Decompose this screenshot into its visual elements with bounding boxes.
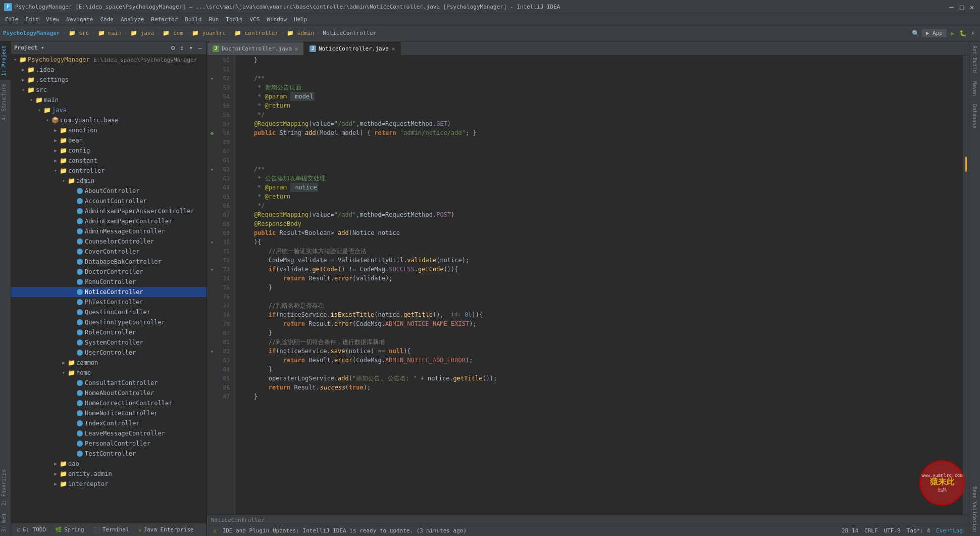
- search-everywhere-icon[interactable]: 🔍: [912, 29, 920, 37]
- menu-tools[interactable]: Tools: [223, 15, 245, 24]
- tree-interceptor[interactable]: ▶ 📁 interceptor: [11, 479, 207, 489]
- tree-common[interactable]: ▶ 📁 common: [11, 358, 207, 368]
- fold-52-icon[interactable]: ▾: [209, 75, 215, 81]
- tab-notice-close[interactable]: ×: [391, 45, 395, 53]
- menu-refactor[interactable]: Refactor: [148, 15, 181, 24]
- tree-cover[interactable]: ▶ CoverController: [11, 247, 207, 257]
- menu-help[interactable]: Help: [291, 15, 311, 24]
- tree-user[interactable]: ▶ UserController: [11, 348, 207, 358]
- tree-adminexampaperanswer[interactable]: ▶ AdminExamPaperAnswerController: [11, 206, 207, 216]
- status-position[interactable]: 28:14: [839, 527, 861, 534]
- maximize-button[interactable]: □: [958, 3, 966, 11]
- tree-doctor[interactable]: ▶ DoctorController: [11, 267, 207, 277]
- tree-package[interactable]: ▾ 📦 com.yuanlrc.base: [11, 115, 207, 125]
- maven-panel[interactable]: Maven: [971, 77, 978, 100]
- tree-homeabout[interactable]: ▶ HomeAboutController: [11, 388, 207, 398]
- breadcrumb-file[interactable]: NoticeController: [323, 30, 376, 36]
- tree-admin[interactable]: ▾ 📁 admin: [11, 176, 207, 186]
- tree-phtest[interactable]: ▶ PhTestController: [11, 297, 207, 307]
- breadcrumb-com[interactable]: 📁 com: [163, 30, 183, 36]
- menu-vcs[interactable]: VCS: [246, 15, 263, 24]
- status-message[interactable]: IDE and Plugin Updates: IntelliJ IDEA is…: [220, 527, 470, 534]
- breadcrumb-admin[interactable]: 📁 admin: [287, 30, 314, 36]
- menu-code[interactable]: Code: [97, 15, 117, 24]
- menu-build[interactable]: Build: [182, 15, 204, 24]
- tree-account[interactable]: ▶ AccountController: [11, 196, 207, 206]
- tree-leavemessage[interactable]: ▶ LeaveMessageController: [11, 428, 207, 438]
- breadcrumb-project[interactable]: PsychologyManager: [3, 30, 60, 36]
- status-crlf[interactable]: CRLF: [861, 527, 881, 534]
- tree-test[interactable]: ▶ TestController: [11, 449, 207, 459]
- tree-consultant[interactable]: ▶ ConsultantController: [11, 378, 207, 388]
- panel-project-tab[interactable]: 1: Project: [0, 41, 11, 80]
- debug-button[interactable]: 🐛: [959, 29, 967, 37]
- fold-70-icon[interactable]: ▾: [209, 239, 215, 245]
- menu-navigate[interactable]: Navigate: [64, 15, 96, 24]
- collapse-icon[interactable]: ▾: [187, 43, 194, 52]
- tree-adminexampaper[interactable]: ▶ AdminExamPaperController: [11, 216, 207, 226]
- tree-entity-admin[interactable]: ▶ 📁 entity.admin: [11, 469, 207, 479]
- tree-root[interactable]: ▾ 📁 PsychologyManager E:\idea_space\Psyc…: [11, 55, 207, 65]
- tree-databasebak[interactable]: ▶ DatabaseBakController: [11, 257, 207, 267]
- tree-homenotice[interactable]: ▶ HomeNoticeController: [11, 408, 207, 418]
- menu-analyze[interactable]: Analyze: [118, 15, 147, 24]
- menu-edit[interactable]: Edit: [23, 15, 42, 24]
- code-content[interactable]: } /** * 新增公告页面 * @param model: [235, 56, 963, 515]
- fold-73-icon[interactable]: ▾: [209, 266, 215, 272]
- terminal-tab[interactable]: ⬛ Terminal: [89, 524, 133, 535]
- tab-notice[interactable]: J NoticeController.java ×: [304, 42, 401, 55]
- run-button[interactable]: ▶: [949, 29, 957, 37]
- breadcrumb-java[interactable]: 📁 java: [130, 30, 154, 36]
- tree-annotion[interactable]: ▶ 📁 annotion: [11, 125, 207, 135]
- tree-home[interactable]: ▾ 📁 home: [11, 368, 207, 378]
- database-panel[interactable]: Database: [971, 100, 978, 132]
- tab-doctor-close[interactable]: ×: [294, 45, 298, 53]
- tree-settings[interactable]: ▶ 📁 .settings: [11, 75, 207, 85]
- menu-view[interactable]: View: [43, 15, 63, 24]
- close-button[interactable]: ✕: [968, 3, 976, 11]
- status-charset[interactable]: UTF-8: [881, 527, 904, 534]
- tree-homecorrection[interactable]: ▶ HomeCorrectionController: [11, 398, 207, 408]
- tree-notice[interactable]: ▶ NoticeController: [11, 287, 207, 297]
- breadcrumb-main[interactable]: 📁 main: [98, 30, 122, 36]
- sort-icon[interactable]: ↕: [179, 43, 186, 52]
- tree-personal[interactable]: ▶ PersonalController: [11, 438, 207, 449]
- tree-adminmessage[interactable]: ▶ AdminMessageController: [11, 226, 207, 236]
- panel-close-icon[interactable]: –: [196, 43, 203, 52]
- menu-file[interactable]: File: [2, 15, 22, 24]
- tree-java[interactable]: ▾ 📁 java: [11, 105, 207, 115]
- tree-questiontype[interactable]: ▶ QuestionTypeController: [11, 317, 207, 327]
- tree-about[interactable]: ▶ AboutController: [11, 186, 207, 196]
- panel-web-tab[interactable]: 3: Web: [0, 510, 11, 536]
- fold-62-icon[interactable]: ▾: [209, 166, 215, 172]
- minimize-button[interactable]: ─: [948, 3, 956, 11]
- menu-window[interactable]: Window: [264, 15, 290, 24]
- breadcrumb-yuanlrc[interactable]: 📁 yuanlrc: [192, 30, 226, 36]
- tree-bean[interactable]: ▶ 📁 bean: [11, 135, 207, 145]
- tree-question[interactable]: ▶ QuestionController: [11, 307, 207, 317]
- tree-dao[interactable]: ▶ 📁 dao: [11, 459, 207, 469]
- tree-role[interactable]: ▶ RoleController: [11, 327, 207, 337]
- tree-index[interactable]: ▶ IndexController: [11, 418, 207, 428]
- tree-config[interactable]: ▶ 📁 config: [11, 145, 207, 156]
- bookmark-58-icon[interactable]: ●: [209, 130, 215, 136]
- run-coverage-icon[interactable]: ⚡: [969, 29, 977, 37]
- bean-validation-panel[interactable]: Bean Validation: [971, 482, 978, 536]
- tree-menu[interactable]: ▶ MenuController: [11, 277, 207, 287]
- panel-structure-tab[interactable]: 4: Structure: [0, 80, 11, 124]
- status-indent[interactable]: Tab*: 4: [904, 527, 933, 534]
- breadcrumb-controller[interactable]: 📁 controller: [234, 30, 278, 36]
- window-controls[interactable]: ─ □ ✕: [948, 3, 976, 11]
- tab-doctor[interactable]: J DoctorController.java ×: [207, 42, 304, 55]
- ant-build-panel[interactable]: Ant Build: [971, 41, 978, 77]
- status-eventlog[interactable]: EventLog: [933, 527, 966, 534]
- menu-run[interactable]: Run: [205, 15, 222, 24]
- tree-idea[interactable]: ▶ 📁 .idea: [11, 65, 207, 75]
- tree-counselor[interactable]: ▶ CounselorController: [11, 236, 207, 247]
- tree-main[interactable]: ▾ 📁 main: [11, 95, 207, 105]
- app-selector[interactable]: ▶ App: [922, 29, 947, 37]
- java-enterprise-tab[interactable]: ☕ Java Enterprise: [134, 524, 198, 535]
- fold-82-icon[interactable]: ▾: [209, 348, 215, 354]
- breadcrumb-src[interactable]: 📁 src: [69, 30, 89, 36]
- spring-tab[interactable]: 🌿 Spring: [51, 524, 88, 535]
